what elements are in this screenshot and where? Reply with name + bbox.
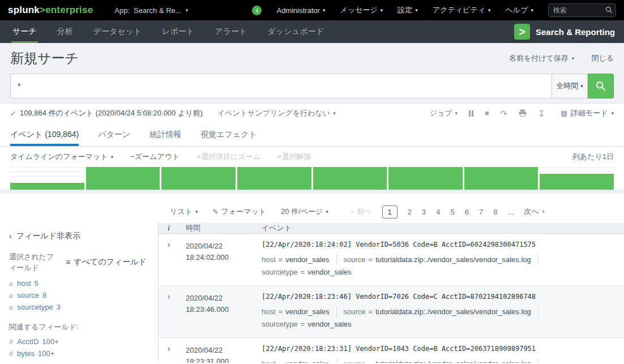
chevron-right-icon: ›	[542, 207, 545, 217]
menu-messages[interactable]: メッセージ ▾	[340, 5, 383, 15]
field-item-bytes[interactable]: # bytes 100+	[9, 348, 149, 359]
menu-help[interactable]: ヘルプ ▾	[506, 5, 533, 15]
chevron-down-icon: ▾	[580, 84, 583, 89]
splunk-logo[interactable]: splunk>enterprise	[8, 5, 93, 16]
nav-item-datasets[interactable]: データセット	[92, 20, 143, 43]
job-menu[interactable]: ジョブ ▾	[430, 108, 458, 118]
field-item-sourcetype[interactable]: a sourcetype 3	[9, 301, 149, 313]
app-badge[interactable]: > Search & Reporting	[514, 20, 622, 43]
field-item-host[interactable]: a host 5	[9, 277, 149, 289]
tab-visualization[interactable]: 視覚エフェクト	[200, 123, 257, 146]
time-range-picker[interactable]: 全時間 ▾	[552, 74, 588, 99]
timeline-bar[interactable]	[388, 167, 463, 190]
column-header-event[interactable]: イベント	[254, 223, 624, 233]
event-field-sourcetype[interactable]: sourcetype=vendor_sales	[262, 318, 352, 331]
page-number-8[interactable]: 8	[493, 208, 497, 216]
tab-events[interactable]: イベント (109,864)	[10, 123, 79, 146]
field-type-glyph: a	[9, 277, 14, 289]
event-sampling-dropdown[interactable]: イベントサンプリングを行わない ▾	[217, 108, 336, 118]
timeline-bar[interactable]	[237, 167, 311, 190]
column-header-info[interactable]: i	[159, 224, 179, 233]
timeline-bar[interactable]	[10, 183, 84, 190]
field-item-acctid[interactable]: # AcctID 100+	[9, 336, 149, 348]
info-icon[interactable]: i	[252, 6, 262, 15]
format-button[interactable]: ✎ フォーマット	[212, 207, 266, 217]
nav-item-analytics[interactable]: 分析	[56, 20, 74, 43]
nav-item-alerts[interactable]: アラート	[213, 20, 248, 43]
print-icon[interactable]	[519, 109, 527, 118]
per-page-dropdown[interactable]: 20 件/ページ ▾	[281, 207, 328, 217]
search-query-input[interactable]	[10, 74, 552, 99]
nav-item-search[interactable]: サーチ	[11, 20, 38, 43]
expand-event-icon[interactable]: ›	[167, 293, 170, 301]
export-icon[interactable]: ↧	[538, 109, 545, 118]
expand-event-icon[interactable]: ›	[167, 345, 170, 353]
zoom-to-selection-button[interactable]: +選択項目にズーム	[196, 152, 260, 162]
tab-statistics[interactable]: 統計情報	[149, 123, 181, 146]
page-number-6[interactable]: 6	[465, 208, 469, 216]
nav-item-reports[interactable]: レポート	[161, 20, 195, 43]
event-time: 2020/04/22 18:23:31.000	[179, 345, 254, 363]
event-field-host[interactable]: host=vendor_sales	[262, 254, 330, 266]
save-as-button[interactable]: 名前を付けて保存 ▾	[509, 53, 574, 63]
field-type-glyph: a	[9, 289, 14, 301]
list-view-dropdown[interactable]: リスト ▾	[170, 207, 198, 217]
timeline-format-dropdown[interactable]: タイムラインのフォーマット ▾	[10, 152, 113, 162]
page-number-4[interactable]: 4	[436, 208, 440, 216]
column-header-time[interactable]: 時間	[179, 223, 254, 233]
timeline-format-label: タイムラインのフォーマット	[10, 152, 108, 162]
timeline-bar[interactable]	[161, 167, 236, 190]
event-field-source[interactable]: source=tutorialdata.zip:./vendor_sales/v…	[344, 306, 531, 318]
pause-icon[interactable]	[469, 110, 473, 117]
app-switcher-menu[interactable]: App: Search & Re... ▾	[114, 6, 188, 15]
field-count: 5	[35, 277, 39, 289]
nav-item-dashboards[interactable]: ダッシュボード	[266, 20, 325, 43]
stop-icon[interactable]: ■	[485, 110, 489, 117]
menu-settings[interactable]: 設定 ▾	[398, 5, 418, 15]
event-field-source[interactable]: source=tutorialdata.zip:./vendor_sales/v…	[344, 358, 531, 363]
page-ellipsis: ...	[507, 208, 514, 216]
menu-activity[interactable]: アクティビティ ▾	[433, 5, 491, 15]
page-number-2[interactable]: 2	[408, 208, 412, 216]
timeline-bar[interactable]	[86, 167, 160, 190]
chevron-down-icon: ▾	[323, 8, 326, 13]
menu-administrator[interactable]: Administrator ▾	[276, 6, 325, 15]
chevron-down-icon: ▾	[531, 8, 533, 13]
event-field-source[interactable]: source=tutorialdata.zip:./vendor_sales/v…	[344, 254, 531, 266]
next-page-button[interactable]: 次へ ›	[524, 207, 545, 217]
timeline-bar[interactable]	[540, 174, 614, 190]
field-name: source	[17, 289, 39, 301]
field-item-clientip[interactable]: a clientip 100+	[9, 359, 149, 363]
page-number-7[interactable]: 7	[479, 208, 483, 216]
deselect-button[interactable]: ×選択解除	[277, 152, 311, 162]
prev-page-button[interactable]: ‹ 前へ	[351, 207, 372, 217]
global-search	[548, 3, 616, 17]
events-table-header: i 時間 イベント	[159, 223, 624, 234]
expand-event-icon[interactable]: ›	[167, 241, 170, 249]
timeline-bar[interactable]	[313, 167, 387, 190]
close-button[interactable]: 閉じる	[591, 53, 614, 63]
tab-patterns[interactable]: パターン	[98, 123, 130, 146]
all-fields-button[interactable]: ≡ すべてのフィールド	[66, 251, 147, 273]
field-item-source[interactable]: a source 8	[9, 289, 149, 301]
timeline-bar[interactable]	[464, 167, 538, 190]
event-timeline-chart[interactable]	[10, 167, 614, 190]
page-number-1[interactable]: 1	[382, 205, 398, 219]
event-field-host[interactable]: host=vendor_sales	[262, 358, 330, 363]
search-icon[interactable]	[605, 6, 613, 14]
search-mode-label: 詳細モード	[571, 108, 608, 118]
search-mode-selector[interactable]: ▤ 詳細モード ▾	[561, 108, 614, 118]
hide-fields-label: フィールド非表示	[16, 231, 80, 241]
page-number-5[interactable]: 5	[450, 208, 454, 216]
menu-messages-label: メッセージ	[340, 5, 378, 15]
per-page-label: 20 件/ページ	[281, 207, 323, 217]
event-field-host[interactable]: host=vendor_sales	[262, 306, 330, 318]
time-range-label: 全時間	[556, 81, 578, 91]
page-number-3[interactable]: 3	[422, 208, 426, 216]
share-icon[interactable]: ↷	[500, 109, 507, 118]
search-button[interactable]	[588, 74, 614, 99]
nav-item-dashboards-label: ダッシュボード	[267, 27, 324, 37]
hide-fields-toggle[interactable]: ‹ フィールド非表示	[9, 231, 149, 241]
zoom-out-button[interactable]: −ズームアウト	[130, 152, 179, 162]
event-field-sourcetype[interactable]: sourcetype=vendor_sales	[262, 266, 352, 279]
